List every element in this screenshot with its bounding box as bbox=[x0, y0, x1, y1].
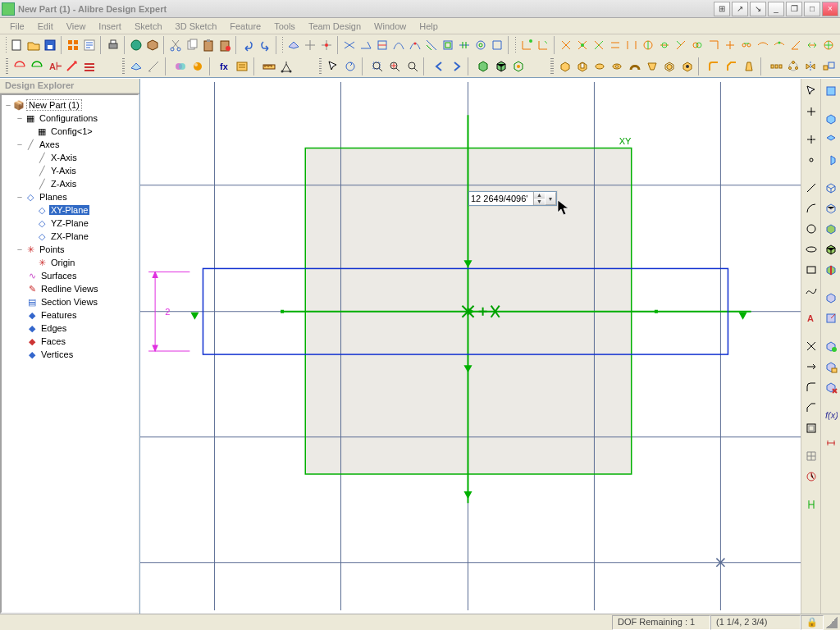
publish-icon[interactable] bbox=[129, 36, 144, 54]
winbtn-unpin[interactable]: ↗ bbox=[732, 2, 748, 16]
insert-plane-icon[interactable] bbox=[286, 36, 301, 54]
sketch-point-icon[interactable] bbox=[802, 103, 820, 121]
tree-zaxis[interactable]: ╱Z-Axis bbox=[3, 177, 136, 190]
toolbar-grip[interactable] bbox=[282, 37, 283, 53]
view-save-icon[interactable] bbox=[822, 337, 840, 355]
tree-origin[interactable]: ✳Origin bbox=[3, 256, 136, 269]
constraint-16-icon[interactable] bbox=[772, 36, 787, 54]
view-side-icon[interactable] bbox=[822, 151, 840, 169]
view-hidden-icon[interactable] bbox=[822, 199, 840, 217]
fillet-icon[interactable] bbox=[706, 57, 722, 75]
tree-config1[interactable]: ▦Config<1> bbox=[3, 125, 136, 138]
sketch-arc-icon[interactable] bbox=[802, 199, 820, 217]
menu-help[interactable]: Help bbox=[413, 20, 445, 33]
menu-insert[interactable]: Insert bbox=[92, 20, 128, 33]
sketch-offset-icon[interactable] bbox=[802, 419, 820, 437]
paste-icon[interactable] bbox=[201, 36, 216, 54]
constraint-18-icon[interactable] bbox=[805, 36, 819, 54]
save-icon[interactable] bbox=[43, 36, 57, 54]
extrude-cut-icon[interactable] bbox=[574, 57, 590, 75]
tree-xy-plane[interactable]: ◇XY-Plane bbox=[3, 203, 136, 217]
toolbar-grip[interactable] bbox=[319, 58, 322, 75]
measure-icon[interactable] bbox=[261, 57, 276, 75]
new-icon[interactable] bbox=[10, 36, 25, 54]
material-icon[interactable] bbox=[172, 57, 188, 75]
dimension-input-field[interactable] bbox=[469, 192, 533, 205]
tool-c-icon[interactable] bbox=[375, 36, 390, 54]
zoom-icon[interactable] bbox=[404, 57, 420, 75]
tree-surfaces[interactable]: ∿Surfaces bbox=[3, 269, 136, 282]
menu-teamdesign[interactable]: Team Design bbox=[302, 20, 368, 33]
tool-i-icon[interactable] bbox=[473, 36, 488, 54]
tool-g-icon[interactable] bbox=[441, 36, 455, 54]
tree-xaxis[interactable]: ╱X-Axis bbox=[3, 151, 136, 164]
view-dim-icon[interactable] bbox=[822, 434, 840, 452]
constraint-6-icon[interactable] bbox=[608, 36, 623, 54]
dimension-dropdown[interactable]: ▾ bbox=[545, 192, 556, 205]
view-named-icon[interactable] bbox=[822, 358, 840, 376]
explorer-tree[interactable]: −📦New Part (1) −▦Configurations ▦Config<… bbox=[0, 94, 139, 614]
workspaces-icon[interactable] bbox=[66, 36, 80, 54]
paste-stamp-icon[interactable] bbox=[217, 36, 232, 54]
shade-edges-icon[interactable] bbox=[493, 57, 509, 75]
tree-axes[interactable]: −╱Axes bbox=[3, 138, 136, 151]
winbtn-restore[interactable]: ❐ bbox=[786, 2, 802, 16]
extrude-boss-icon[interactable] bbox=[557, 57, 573, 75]
undo-icon[interactable] bbox=[241, 36, 256, 54]
winbtn-max[interactable]: □ bbox=[804, 2, 820, 16]
shell-icon[interactable] bbox=[662, 57, 678, 75]
sketch-line-icon[interactable] bbox=[802, 179, 820, 197]
constraint-9-icon[interactable] bbox=[657, 36, 672, 54]
tree-vertices[interactable]: ◆Vertices bbox=[3, 348, 136, 361]
hole-icon[interactable] bbox=[679, 57, 695, 75]
sketch-ellipse-icon[interactable] bbox=[802, 240, 820, 258]
constraint-10-icon[interactable] bbox=[673, 36, 688, 54]
insert-axis-icon[interactable] bbox=[303, 36, 317, 54]
constraint-15-icon[interactable] bbox=[756, 36, 770, 54]
sketch-node-icon[interactable] bbox=[802, 151, 820, 169]
chamfer-icon[interactable] bbox=[724, 57, 739, 75]
toolbar-grip[interactable] bbox=[550, 58, 553, 75]
menu-3dsketch[interactable]: 3D Sketch bbox=[169, 20, 224, 33]
view-edges-icon[interactable] bbox=[822, 240, 840, 258]
catalog-icon[interactable] bbox=[235, 57, 250, 75]
menu-view[interactable]: View bbox=[60, 20, 93, 33]
tree-zx-plane[interactable]: ◇ZX-Plane bbox=[3, 230, 136, 243]
toolbar-grip[interactable] bbox=[6, 58, 8, 75]
open-icon[interactable] bbox=[26, 36, 41, 54]
view-section-icon[interactable] bbox=[822, 261, 840, 279]
constraint-7-icon[interactable] bbox=[624, 36, 639, 54]
winbtn-min[interactable]: _ bbox=[768, 2, 784, 16]
constraint-3-icon[interactable] bbox=[559, 36, 573, 54]
constraint-12-icon[interactable] bbox=[706, 36, 721, 54]
axis-icon[interactable] bbox=[146, 57, 162, 75]
tool-d-icon[interactable] bbox=[391, 36, 406, 54]
winbtn-aux1[interactable]: ⊞ bbox=[714, 2, 730, 16]
view-front-icon[interactable] bbox=[822, 82, 840, 100]
annotate-icon[interactable]: A⊢ bbox=[47, 57, 62, 75]
shade-icon[interactable] bbox=[476, 57, 491, 75]
status-lock-icon[interactable]: 🔒 bbox=[801, 615, 824, 630]
plane-icon[interactable] bbox=[128, 57, 144, 75]
sketch-grid-icon[interactable] bbox=[802, 447, 820, 465]
sketch-chamfer-icon[interactable] bbox=[802, 399, 820, 417]
insert-point-icon[interactable] bbox=[319, 36, 334, 54]
dimension-spinner[interactable]: ▲▼ bbox=[533, 192, 545, 205]
tree-redline[interactable]: ✎Redline Views bbox=[3, 282, 136, 295]
select-icon[interactable] bbox=[325, 57, 340, 75]
tool-j-icon[interactable] bbox=[490, 36, 504, 54]
tool-b-icon[interactable] bbox=[358, 36, 373, 54]
cut-icon[interactable] bbox=[168, 36, 183, 54]
constraint-17-icon[interactable] bbox=[788, 36, 803, 54]
draft-icon[interactable] bbox=[741, 57, 756, 75]
tool-e-icon[interactable] bbox=[408, 36, 422, 54]
tree-configurations[interactable]: −▦Configurations bbox=[3, 112, 136, 125]
winbtn-pin[interactable]: ↘ bbox=[750, 2, 766, 16]
pattern-linear-icon[interactable] bbox=[768, 57, 783, 75]
sketch-circle-icon[interactable] bbox=[802, 220, 820, 238]
rotate-view-icon[interactable] bbox=[343, 57, 358, 75]
constraint-8-icon[interactable] bbox=[641, 36, 655, 54]
perspective-icon[interactable] bbox=[510, 57, 526, 75]
appearance-icon[interactable] bbox=[190, 57, 206, 75]
menu-feature[interactable]: Feature bbox=[223, 20, 267, 33]
